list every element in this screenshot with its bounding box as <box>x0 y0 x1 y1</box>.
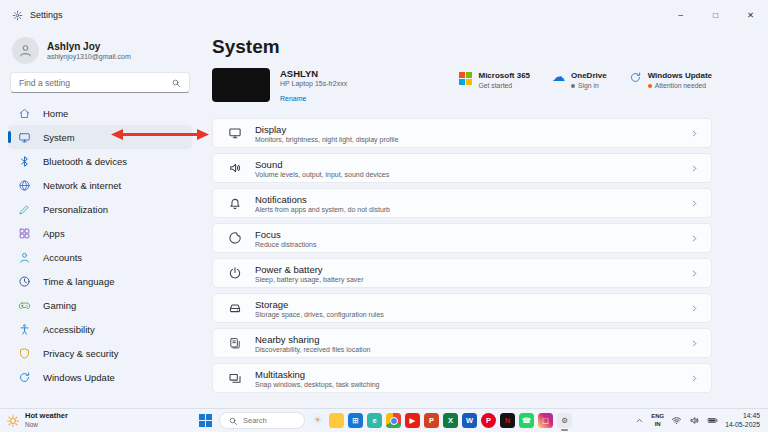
tray-language: ENG <box>651 413 664 421</box>
onedrive-title: OneDrive <box>571 71 607 80</box>
chrome-icon[interactable] <box>386 413 401 428</box>
settings-search-input[interactable] <box>19 78 165 88</box>
apps-icon <box>18 227 31 240</box>
tray-region: IN <box>651 421 664 429</box>
device-header: ASHLYN HP Laptop 15s-fr2xxx Rename Micro… <box>212 68 712 105</box>
weather-widget[interactable]: Hot weather Now <box>6 412 68 428</box>
maximize-button[interactable]: □ <box>698 0 733 30</box>
taskbar: Hot weather Now ☀ ⊞ e ▶ <box>0 408 768 432</box>
chevron-right-icon <box>690 269 699 278</box>
windows-update-subtitle: Attention needed <box>648 82 712 89</box>
instagram-icon[interactable]: ▢ <box>538 413 553 428</box>
sidebar-item-personalization[interactable]: Personalization <box>8 197 192 221</box>
onedrive-cloud-icon: ☁ <box>552 71 565 83</box>
settings-icon[interactable]: ⚙ <box>557 413 572 428</box>
display-row-title: Display <box>255 124 399 135</box>
language-switcher[interactable]: ENG IN <box>651 413 664 428</box>
wifi-icon[interactable] <box>671 415 682 426</box>
main-content: System ASHLYN HP Laptop 15s-fr2xxx Renam… <box>200 30 768 408</box>
sidebar-item-time-language-label: Time & language <box>43 276 114 287</box>
nearby-sharing-row[interactable]: Nearby sharing Discoverability, received… <box>212 328 712 358</box>
sidebar-item-apps-label: Apps <box>43 228 65 239</box>
onedrive-card[interactable]: ☁ OneDrive Sign in <box>552 71 607 89</box>
search-icon <box>171 78 181 88</box>
multitasking-row[interactable]: Multitasking Snap windows, desktops, tas… <box>212 363 712 393</box>
sidebar-item-time-language[interactable]: Time & language <box>8 269 192 293</box>
focus-row-title: Focus <box>255 229 316 240</box>
taskbar-search-input[interactable] <box>243 416 296 425</box>
sidebar-item-accessibility[interactable]: Accessibility <box>8 317 192 341</box>
minimize-button[interactable]: – <box>663 0 698 30</box>
battery-icon[interactable] <box>707 415 718 426</box>
netflix-icon[interactable]: N <box>500 413 515 428</box>
start-button[interactable] <box>196 412 214 430</box>
excel-icon[interactable]: X <box>443 413 458 428</box>
chevron-right-icon <box>690 164 699 173</box>
focus-row[interactable]: Focus Reduce distractions <box>212 223 712 253</box>
youtube-icon[interactable]: ▶ <box>405 413 420 428</box>
file-explorer-icon[interactable] <box>329 413 344 428</box>
sidebar-item-home-label: Home <box>43 108 68 119</box>
sidebar-nav: Home System Bluetooth & devices Network … <box>8 101 192 389</box>
display-row[interactable]: Display Monitors, brightness, night ligh… <box>212 118 712 148</box>
chevron-right-icon <box>690 199 699 208</box>
sidebar-item-bluetooth-devices[interactable]: Bluetooth & devices <box>8 149 192 173</box>
windows-update-title: Windows Update <box>648 71 712 80</box>
chevron-right-icon <box>690 374 699 383</box>
bluetooth-devices-icon <box>18 155 31 168</box>
windows-update-card[interactable]: Windows Update Attention needed <box>629 71 712 89</box>
power-battery-row[interactable]: Power & battery Sleep, battery usage, ba… <box>212 258 712 288</box>
powerpoint-icon[interactable]: P <box>424 413 439 428</box>
display-row-subtitle: Monitors, brightness, night light, displ… <box>255 136 399 143</box>
sidebar-item-gaming[interactable]: Gaming <box>8 293 192 317</box>
user-email: ashlynjoy1310@gmail.com <box>47 53 131 60</box>
notifications-row[interactable]: Notifications Alerts from apps and syste… <box>212 188 712 218</box>
nearby-sharing-row-subtitle: Discoverability, received files location <box>255 346 370 353</box>
sidebar-item-network-internet[interactable]: Network & internet <box>8 173 192 197</box>
user-profile[interactable]: Ashlyn Joy ashlynjoy1310@gmail.com <box>8 34 192 66</box>
sidebar-item-privacy-security[interactable]: Privacy & security <box>8 341 192 365</box>
sidebar-item-accounts[interactable]: Accounts <box>8 245 192 269</box>
sidebar: Ashlyn Joy ashlynjoy1310@gmail.com Home … <box>0 30 200 408</box>
accounts-icon <box>18 251 31 264</box>
storage-row[interactable]: Storage Storage space, drives, configura… <box>212 293 712 323</box>
home-icon <box>18 107 31 120</box>
microsoft-store-icon[interactable]: ⊞ <box>348 413 363 428</box>
clock[interactable]: 14:45 14-05-2025 <box>725 412 760 430</box>
tray-chevron-up-icon[interactable] <box>635 416 644 425</box>
power-battery-row-title: Power & battery <box>255 264 364 275</box>
tray-date: 14-05-2025 <box>725 421 760 430</box>
sidebar-item-bluetooth-devices-label: Bluetooth & devices <box>43 156 127 167</box>
multitasking-row-subtitle: Snap windows, desktops, task switching <box>255 381 380 388</box>
chevron-right-icon <box>690 129 699 138</box>
signin-dot <box>571 84 575 88</box>
taskbar-search[interactable] <box>219 412 305 429</box>
onedrive-subtitle: Sign in <box>571 82 607 89</box>
whatsapp-icon[interactable]: ☎ <box>519 413 534 428</box>
close-button[interactable]: ✕ <box>733 0 768 30</box>
chevron-right-icon <box>690 304 699 313</box>
status-cards: Microsoft 365 Get started ☁ OneDrive Sig… <box>459 68 712 89</box>
tray-time: 14:45 <box>725 412 760 421</box>
widgets-icon[interactable]: ☀ <box>310 413 325 428</box>
sound-row[interactable]: Sound Volume levels, output, input, soun… <box>212 153 712 183</box>
word-icon[interactable]: W <box>462 413 477 428</box>
settings-search[interactable] <box>10 72 190 93</box>
system-tray: ENG IN 14:45 14-05-2025 <box>635 412 762 430</box>
sidebar-item-accessibility-label: Accessibility <box>43 324 95 335</box>
taskbar-search-icon <box>228 416 238 426</box>
edge-icon[interactable]: e <box>367 413 382 428</box>
pinterest-icon[interactable]: P <box>481 413 496 428</box>
sidebar-item-home[interactable]: Home <box>8 101 192 125</box>
gaming-icon <box>18 299 31 312</box>
storage-icon <box>228 301 242 315</box>
microsoft-365-card[interactable]: Microsoft 365 Get started <box>459 71 530 89</box>
sidebar-item-apps[interactable]: Apps <box>8 221 192 245</box>
sidebar-item-windows-update[interactable]: Windows Update <box>8 365 192 389</box>
sidebar-item-system[interactable]: System <box>8 125 192 149</box>
nearby-sharing-icon <box>228 336 242 350</box>
rename-link[interactable]: Rename <box>280 95 306 102</box>
volume-icon[interactable] <box>689 415 700 426</box>
avatar <box>12 37 39 64</box>
windows-update-icon <box>18 371 31 384</box>
